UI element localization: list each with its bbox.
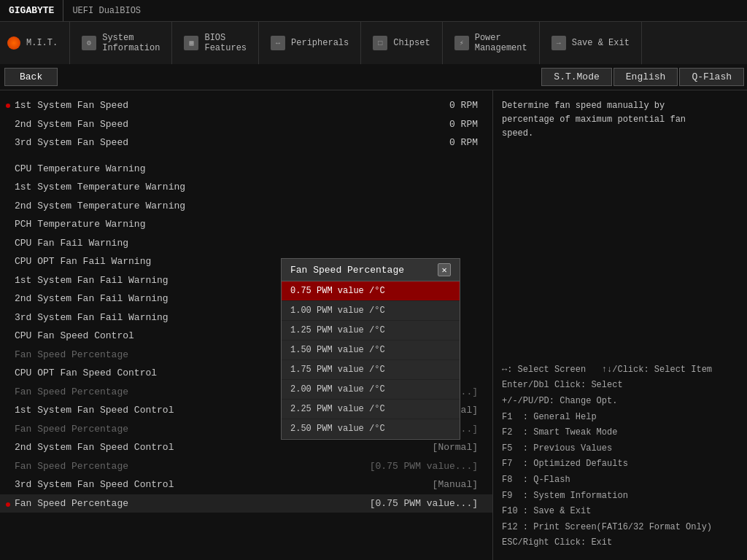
- english-button[interactable]: English: [614, 68, 678, 86]
- sub-header-right: S.T.Mode English Q-Flash: [541, 68, 744, 86]
- dropdown-item-3[interactable]: 1.50 PWM value /°C: [282, 341, 460, 360]
- chipset-label: Chipset: [393, 38, 430, 48]
- label-2nd-system-fan-speed-control: 2nd System Fan Speed Control: [15, 440, 347, 455]
- value-cpu-temp-warning: [347, 162, 478, 176]
- shortcut-f2: F2 : Smart Tweak Mode: [502, 425, 738, 441]
- mit-dot: [7, 36, 20, 50]
- back-button[interactable]: Back: [4, 68, 58, 86]
- shortcuts-panel: ↔: Select Screen ↑↓/Click: Select Item E…: [502, 362, 738, 551]
- left-panel: 1st System Fan Speed 0 RPM 2nd System Fa…: [0, 90, 492, 560]
- peripherals-label: Peripherals: [291, 38, 349, 48]
- gigabyte-logo: GIGABYTE: [0, 0, 63, 21]
- label-2nd-system-temp-warning: 2nd System Temperature Warning: [15, 199, 478, 214]
- shortcut-f12: F12 : Print Screen(FAT16/32 Format Only): [502, 520, 738, 536]
- dropdown-item-1[interactable]: 1.00 PWM value /°C: [282, 301, 460, 321]
- system-info-icon: ⚙: [82, 36, 96, 50]
- dropdown-item-5[interactable]: 2.00 PWM value /°C: [282, 380, 460, 400]
- dropdown-item-2[interactable]: 1.25 PWM value /°C: [282, 321, 460, 341]
- setting-fan-speed-pct-active[interactable]: Fan Speed Percentage [0.75 PWM value...]: [0, 494, 492, 513]
- tab-peripherals[interactable]: ↔ Peripherals: [259, 22, 361, 64]
- tab-power-mgmt[interactable]: ⚡ PowerManagement: [443, 22, 540, 64]
- setting-2nd-system-temp-warning[interactable]: 2nd System Temperature Warning: [0, 197, 492, 216]
- shortcut-f9: F9 : System Information: [502, 489, 738, 505]
- label-3rd-system-fan-speed: 3rd System Fan Speed: [15, 136, 347, 150]
- setting-pch-temp-warning[interactable]: PCH Temperature Warning: [0, 215, 492, 234]
- system-info-label: SystemInformation: [102, 33, 160, 54]
- power-mgmt-label: PowerManagement: [475, 33, 527, 54]
- shortcut-select-screen: ↔: Select Screen ↑↓/Click: Select Item: [502, 362, 738, 378]
- value-2nd-system-fan-speed-control: [Normal]: [347, 440, 478, 455]
- chipset-icon: □: [373, 36, 387, 50]
- save-exit-icon: →: [551, 36, 566, 50]
- value-1st-system-fan-speed: 0 RPM: [347, 98, 478, 113]
- right-panel: Determine fan speed manually by percenta…: [492, 90, 747, 560]
- value-3rd-system-fan-speed-control: [Manual]: [347, 478, 478, 492]
- dropdown-close-button[interactable]: ✕: [438, 263, 451, 276]
- nav-tabs: M.I.T. ⚙ SystemInformation ▦ BIOSFeature…: [0, 22, 747, 64]
- label-cpu-fan-fail-warning: CPU Fan Fail Warning: [15, 236, 478, 251]
- mit-label: M.I.T.: [26, 38, 58, 48]
- setting-3rd-system-fan-speed-control[interactable]: 3rd System Fan Speed Control [Manual]: [0, 475, 492, 494]
- tab-save-exit[interactable]: → Save & Exit: [540, 22, 642, 64]
- value-fan-speed-pct-active: [0.75 PWM value...]: [347, 497, 478, 511]
- dropdown-title: Fan Speed Percentage ✕: [282, 259, 460, 281]
- dropdown-item-6[interactable]: 2.25 PWM value /°C: [282, 400, 460, 419]
- setting-2nd-system-fan-speed-control[interactable]: 2nd System Fan Speed Control [Normal]: [0, 438, 492, 457]
- dropdown-item-7[interactable]: 2.50 PWM value /°C: [282, 419, 460, 439]
- tab-chipset[interactable]: □ Chipset: [361, 22, 442, 64]
- setting-cpu-temp-warning[interactable]: CPU Temperature Warning: [0, 160, 492, 179]
- setting-3rd-system-fan-speed[interactable]: 3rd System Fan Speed 0 RPM: [0, 133, 492, 152]
- shortcut-enter: Enter/Dbl Click: Select: [502, 378, 738, 394]
- label-2nd-system-fan-speed: 2nd System Fan Speed: [15, 117, 347, 132]
- qflash-button[interactable]: Q-Flash: [679, 68, 744, 86]
- label-cpu-temp-warning: CPU Temperature Warning: [15, 162, 347, 176]
- setting-1st-system-fan-speed[interactable]: 1st System Fan Speed 0 RPM: [0, 96, 492, 115]
- shortcut-f10: F10 : Save & Exit: [502, 504, 738, 520]
- shortcut-f1: F1 : General Help: [502, 410, 738, 426]
- label-fan-speed-pct-4: Fan Speed Percentage: [15, 459, 347, 474]
- label-1st-system-fan-speed: 1st System Fan Speed: [15, 98, 347, 113]
- shortcut-esc: ESC/Right Click: Exit: [502, 535, 738, 551]
- red-dot-indicator: [6, 104, 10, 108]
- power-mgmt-icon: ⚡: [454, 36, 469, 50]
- label-1st-system-temp-warning: 1st System Temperature Warning: [15, 180, 478, 195]
- dropdown-item-0[interactable]: 0.75 PWM value /°C: [282, 281, 460, 301]
- setting-1st-system-temp-warning[interactable]: 1st System Temperature Warning: [0, 178, 492, 197]
- label-fan-speed-pct-active: Fan Speed Percentage: [15, 497, 347, 511]
- peripherals-icon: ↔: [271, 36, 285, 50]
- main-content: 1st System Fan Speed 0 RPM 2nd System Fa…: [0, 90, 747, 560]
- stmode-button[interactable]: S.T.Mode: [541, 68, 611, 86]
- dropdown-item-4[interactable]: 1.75 PWM value /°C: [282, 360, 460, 380]
- uefi-label: UEFI DualBIOS: [63, 6, 150, 16]
- value-fan-speed-pct-4: [0.75 PWM value...]: [347, 459, 478, 474]
- shortcut-change: +/-/PU/PD: Change Opt.: [502, 394, 738, 410]
- bios-features-label: BIOSFeatures: [204, 33, 247, 54]
- tab-mit[interactable]: M.I.T.: [0, 22, 70, 64]
- setting-fan-speed-pct-4: Fan Speed Percentage [0.75 PWM value...]: [0, 457, 492, 476]
- dropdown-fan-speed[interactable]: Fan Speed Percentage ✕ 0.75 PWM value /°…: [281, 258, 460, 440]
- bios-features-icon: ▦: [184, 36, 198, 50]
- save-exit-label: Save & Exit: [572, 38, 630, 48]
- dropdown-title-text: Fan Speed Percentage: [290, 265, 404, 276]
- shortcut-f7: F7 : Optimized Defaults: [502, 456, 738, 472]
- setting-cpu-fan-fail-warning[interactable]: CPU Fan Fail Warning: [0, 234, 492, 253]
- sub-header: Back S.T.Mode English Q-Flash: [0, 64, 747, 90]
- tab-system-info[interactable]: ⚙ SystemInformation: [70, 22, 172, 64]
- shortcut-f5: F5 : Previous Values: [502, 441, 738, 457]
- shortcut-f8: F8 : Q-Flash: [502, 472, 738, 489]
- red-dot-bottom: [6, 502, 10, 507]
- help-text: Determine fan speed manually by percenta…: [502, 99, 738, 141]
- label-pch-temp-warning: PCH Temperature Warning: [15, 217, 478, 232]
- tab-bios-features[interactable]: ▦ BIOSFeatures: [172, 22, 259, 64]
- value-3rd-system-fan-speed: 0 RPM: [347, 136, 478, 150]
- header: GIGABYTE UEFI DualBIOS: [0, 0, 747, 22]
- label-3rd-system-fan-speed-control: 3rd System Fan Speed Control: [15, 478, 347, 492]
- setting-2nd-system-fan-speed[interactable]: 2nd System Fan Speed 0 RPM: [0, 115, 492, 134]
- value-2nd-system-fan-speed: 0 RPM: [347, 117, 478, 132]
